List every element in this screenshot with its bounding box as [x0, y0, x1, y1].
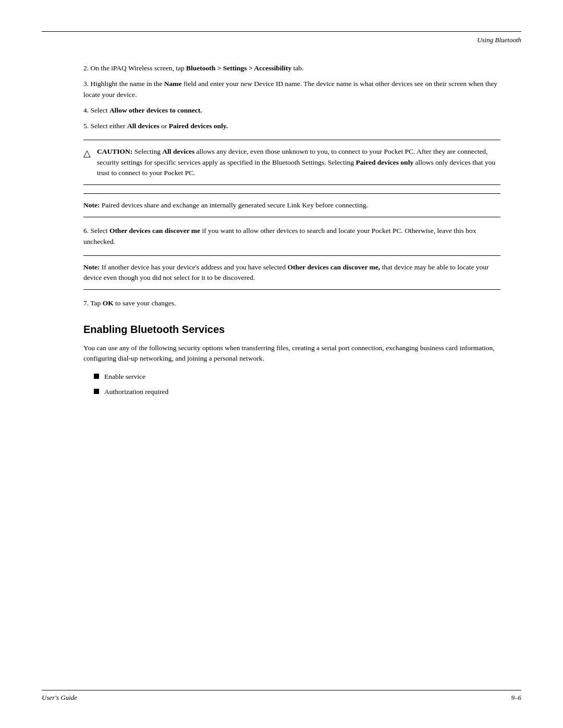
- bullet-text-2: Authorization required: [104, 387, 168, 397]
- page-header: Using Bluetooth: [42, 36, 521, 47]
- bullet-icon-2: [94, 389, 99, 394]
- page-footer: User's Guide 9–6: [42, 690, 521, 702]
- bullet-text-1: Enable service: [104, 372, 145, 382]
- step-6: 6. Select Other devices can discover me …: [83, 226, 500, 247]
- bullet-list: Enable service Authorization required: [83, 372, 500, 397]
- footer-right: 9–6: [511, 694, 522, 702]
- step-3: 3. Highlight the name in the Name field …: [83, 79, 500, 100]
- header-rule: [42, 31, 521, 32]
- step-4: 4. Select Allow other devices to connect…: [83, 105, 500, 116]
- section-heading: Enabling Bluetooth Services: [83, 324, 500, 336]
- step-2: 2. On the iPAQ Wireless screen, tap Blue…: [83, 63, 500, 73]
- page: Using Bluetooth 2. On the iPAQ Wireless …: [0, 0, 563, 728]
- step-7: 7. Tap OK to save your changes.: [83, 298, 500, 309]
- note-box-2: Note: If another device has your device'…: [83, 255, 500, 290]
- footer-left: User's Guide: [42, 694, 77, 702]
- list-item-1: Enable service: [94, 372, 500, 382]
- list-item-2: Authorization required: [94, 387, 500, 397]
- caution-triangle-icon: △: [83, 147, 91, 159]
- caution-box: △ CAUTION: Selecting All devices allows …: [83, 140, 500, 185]
- content-area: 2. On the iPAQ Wireless screen, tap Blue…: [83, 63, 500, 397]
- header-title: Using Bluetooth: [477, 36, 521, 44]
- note-box-1: Note: Paired devices share and exchange …: [83, 193, 500, 217]
- caution-text: CAUTION: Selecting All devices allows an…: [97, 146, 500, 178]
- section-intro: You can use any of the following securit…: [83, 343, 500, 365]
- bullet-icon-1: [94, 374, 99, 379]
- step-5: 5. Select either All devices or Paired d…: [83, 121, 500, 131]
